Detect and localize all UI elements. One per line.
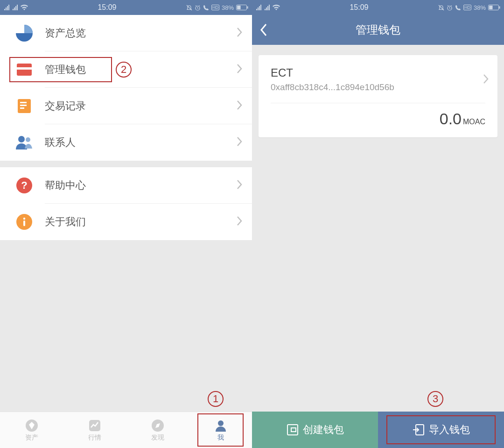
chevron-right-icon [483, 74, 489, 86]
phone-right: 15:09 HD 38% 管理钱包 ECT 0xaff8 [252, 0, 504, 448]
menu-item-tx-history[interactable]: 交易记录 [0, 88, 252, 124]
alarm-icon [447, 5, 453, 11]
chevron-right-icon [236, 179, 243, 192]
tab-me[interactable]: 我 [189, 412, 252, 448]
menu-item-manage-wallet[interactable]: 管理钱包 2 [0, 51, 252, 88]
tab-label: 发现 [151, 434, 164, 442]
tab-label: 行情 [88, 434, 101, 442]
status-left [256, 5, 280, 10]
wifi-icon [273, 5, 280, 10]
wifi-icon [21, 5, 28, 10]
chevron-right-icon [236, 136, 243, 149]
chevron-right-icon [236, 27, 243, 39]
button-label: 导入钱包 [429, 423, 470, 437]
svg-rect-5 [17, 67, 32, 70]
menu-section-2: ? 帮助中心 关于我们 [0, 167, 252, 240]
menu-item-assets-overview[interactable]: 资产总览 [0, 15, 252, 51]
wallet-card[interactable]: ECT 0xaff8cb318c4...1c894e10d56b 0.0MOAC [259, 55, 497, 137]
menu-section-1: 资产总览 管理钱包 2 交易记录 [0, 15, 252, 161]
chevron-right-icon [236, 216, 243, 228]
create-wallet-button[interactable]: 创建钱包 [252, 412, 378, 448]
battery-pct: 38% [474, 4, 486, 11]
section-gap [0, 161, 252, 167]
wallet-body: ECT 0xaff8cb318c4...1c894e10d56b 0.0MOAC [252, 45, 504, 148]
svg-point-20 [218, 420, 224, 426]
svg-rect-9 [20, 107, 24, 109]
menu-item-contacts[interactable]: 联系人 [0, 124, 252, 161]
battery-icon [488, 5, 500, 10]
svg-point-11 [26, 137, 30, 142]
annotation-3: 3 [427, 391, 443, 407]
signal-4g-icon [4, 5, 10, 10]
status-bar: 15:09 HD 38% [0, 0, 252, 15]
menu-label: 关于我们 [45, 215, 236, 229]
header-title: 管理钱包 [252, 22, 504, 37]
menu-label: 交易记录 [45, 99, 236, 113]
person-icon [214, 419, 228, 433]
notification-off-icon [186, 5, 192, 11]
call-hd-icon [455, 5, 461, 11]
tab-assets[interactable]: 资产 [0, 412, 63, 448]
status-time: 15:09 [28, 3, 186, 12]
contacts-icon [14, 132, 35, 153]
svg-rect-8 [20, 105, 27, 106]
annotation-1: 1 [208, 391, 224, 407]
svg-text:?: ? [21, 179, 27, 191]
battery-pct: 38% [222, 4, 234, 11]
status-bar: 15:09 HD 38% [252, 0, 504, 15]
info-icon [14, 212, 35, 232]
alarm-icon [195, 5, 201, 11]
battery-icon [236, 5, 248, 10]
svg-rect-3 [237, 6, 241, 9]
status-right: HD 38% [186, 4, 248, 11]
menu-label: 联系人 [45, 135, 236, 149]
signal-4g-icon [256, 5, 262, 10]
divider [271, 103, 485, 103]
gem-icon [25, 419, 39, 433]
bottom-actions: 创建钱包 导入钱包 [252, 412, 504, 448]
button-label: 创建钱包 [303, 423, 344, 437]
menu-label: 资产总览 [45, 26, 236, 40]
chevron-right-icon [236, 100, 243, 112]
import-wallet-button[interactable]: 导入钱包 [378, 412, 504, 448]
svg-point-10 [18, 136, 25, 142]
tab-discover[interactable]: 发现 [126, 412, 189, 448]
status-time: 15:09 [280, 3, 438, 12]
pie-chart-icon [14, 23, 35, 43]
svg-rect-2 [247, 7, 248, 9]
header-bar: 管理钱包 [252, 15, 504, 45]
menu-item-about[interactable]: 关于我们 [0, 204, 252, 240]
svg-rect-24 [489, 6, 493, 9]
tab-label: 资产 [25, 434, 38, 442]
balance-value: 0.0 [440, 110, 462, 128]
svg-rect-16 [23, 220, 25, 226]
chevron-left-icon [259, 23, 268, 37]
wallet-balance: 0.0MOAC [271, 110, 485, 128]
wallet-address: 0xaff8cb318c4...1c894e10d56b [271, 82, 485, 92]
tab-market[interactable]: 行情 [63, 412, 126, 448]
signal-2g-icon [264, 5, 271, 10]
hd-badge: HD [463, 5, 471, 10]
notification-off-icon [438, 5, 444, 11]
help-icon: ? [14, 175, 35, 196]
chevron-right-icon [236, 64, 243, 76]
menu-label: 帮助中心 [45, 178, 236, 192]
document-icon [14, 96, 35, 116]
signal-2g-icon [12, 5, 19, 10]
back-button[interactable] [252, 15, 275, 45]
create-wallet-icon [286, 423, 299, 436]
phone-left: 15:09 HD 38% 资产总览 [0, 0, 252, 448]
menu-item-help[interactable]: ? 帮助中心 [0, 167, 252, 204]
svg-rect-23 [499, 7, 500, 9]
wallet-icon [14, 59, 35, 80]
menu-label: 管理钱包 [45, 63, 236, 77]
call-hd-icon [203, 5, 209, 11]
import-wallet-icon [412, 423, 425, 436]
status-right: HD 38% [438, 4, 500, 11]
balance-unit: MOAC [463, 118, 485, 126]
tab-label: 我 [217, 434, 224, 442]
wallet-name: ECT [271, 66, 485, 79]
market-icon [88, 419, 102, 433]
status-left [4, 5, 28, 10]
svg-point-15 [23, 218, 25, 220]
